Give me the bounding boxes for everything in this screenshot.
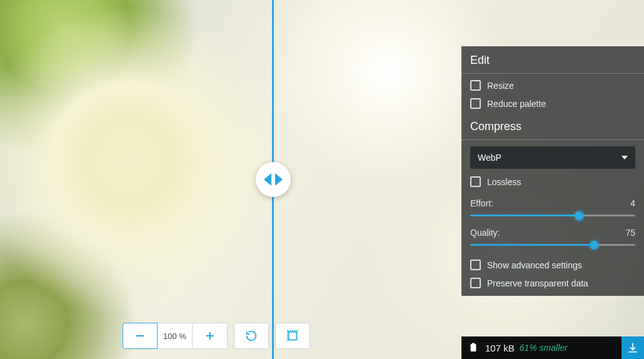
plus-icon xyxy=(204,330,216,342)
chevron-down-icon xyxy=(621,156,628,159)
rotate-icon xyxy=(244,329,258,343)
quality-track[interactable] xyxy=(470,244,635,246)
lossless-checkbox[interactable]: Lossless xyxy=(470,176,635,187)
preserve-transparent-checkbox[interactable]: Preserve transparent data xyxy=(470,278,635,288)
zoom-level-text: 100 % xyxy=(163,331,186,341)
show-advanced-label: Show advanced settings xyxy=(487,260,582,270)
compare-handle[interactable] xyxy=(256,162,291,197)
resize-label: Resize xyxy=(487,81,514,91)
effort-track[interactable] xyxy=(470,215,635,216)
output-size: 107 kB xyxy=(485,343,515,353)
format-select[interactable]: WebP xyxy=(470,146,635,169)
checkbox-icon xyxy=(470,176,481,187)
copy-result-button[interactable] xyxy=(468,342,479,353)
zoom-group: 100 % xyxy=(123,323,228,349)
download-button[interactable] xyxy=(621,336,644,359)
slider-thumb[interactable] xyxy=(575,211,583,220)
result-bar: 107 kB 61% smaller xyxy=(461,336,644,359)
clipboard-icon xyxy=(468,342,479,353)
checkbox-icon xyxy=(470,80,481,91)
compress-section-title: Compress xyxy=(461,113,644,140)
reduce-palette-label: Reduce palette xyxy=(487,99,546,109)
zoom-out-button[interactable] xyxy=(123,323,158,349)
reduce-palette-checkbox[interactable]: Reduce palette xyxy=(470,98,635,109)
edit-section-title: Edit xyxy=(461,46,644,74)
preserve-transparent-label: Preserve transparent data xyxy=(487,278,588,288)
rotate-button[interactable] xyxy=(234,323,269,349)
settings-panel: Edit Resize Reduce palette Compress WebP… xyxy=(461,46,644,296)
checkbox-icon xyxy=(470,98,481,109)
minus-icon xyxy=(134,330,146,342)
zoom-in-button[interactable] xyxy=(193,323,228,349)
svg-rect-3 xyxy=(289,332,297,340)
format-select-value: WebP xyxy=(478,153,501,163)
show-advanced-checkbox[interactable]: Show advanced settings xyxy=(470,260,635,270)
image-compare-viewport: 100 % Edit Resize xyxy=(0,0,644,359)
quality-label: Quality: xyxy=(470,228,500,238)
chevron-right-icon xyxy=(275,173,283,186)
quality-slider[interactable]: Quality: 75 xyxy=(470,228,635,246)
effort-value: 4 xyxy=(630,198,635,208)
transform-button[interactable] xyxy=(275,323,310,349)
checkbox-icon xyxy=(470,278,481,288)
chevron-left-icon xyxy=(264,173,271,186)
checkbox-icon xyxy=(470,260,481,270)
viewer-toolbar: 100 % xyxy=(123,323,310,349)
quality-value: 75 xyxy=(625,228,635,238)
slider-thumb[interactable] xyxy=(590,241,598,250)
bounding-box-icon xyxy=(286,329,299,343)
output-savings: 61% smaller xyxy=(520,343,568,353)
lossless-label: Lossless xyxy=(487,177,521,187)
effort-label: Effort: xyxy=(470,198,493,208)
compress-section: WebP Lossless Effort: 4 Quality: xyxy=(461,140,644,296)
zoom-level-display[interactable]: 100 % xyxy=(158,323,193,349)
svg-rect-6 xyxy=(471,344,476,351)
edit-section: Resize Reduce palette xyxy=(461,74,644,113)
download-icon xyxy=(626,341,639,354)
effort-slider[interactable]: Effort: 4 xyxy=(470,198,635,216)
resize-checkbox[interactable]: Resize xyxy=(470,80,635,91)
svg-rect-7 xyxy=(472,343,475,345)
